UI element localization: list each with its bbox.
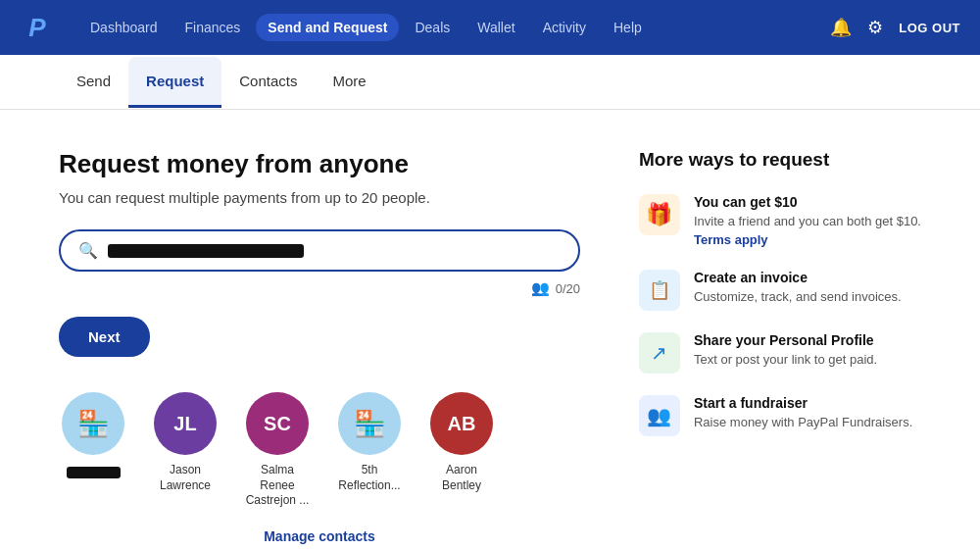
promo-title: Share your Personal Profile [694,332,877,348]
contact-avatar: 🏪 [338,392,401,455]
nav-deals[interactable]: Deals [403,14,462,41]
bell-icon[interactable]: 🔔 [830,17,852,38]
nav-right: 🔔 ⚙ LOG OUT [830,17,960,38]
contact-item[interactable]: 🏪 [59,392,127,478]
main-content: Request money from anyone You can reques… [0,110,980,551]
contact-item[interactable]: SC Salma Renee Castrejon ... [243,392,312,509]
promo-text-fundraiser: Start a fundraiser Raise money with PayP… [694,395,912,431]
contact-item[interactable]: AB Aaron Bentley [427,392,496,493]
contact-avatar: 🏪 [62,392,124,455]
contact-avatar: AB [430,392,493,455]
nav-dashboard[interactable]: Dashboard [78,14,170,41]
nav-wallet[interactable]: Wallet [466,14,526,41]
promo-description: Customize, track, and send invoices. [694,288,902,306]
subnav-request[interactable]: Request [128,57,221,108]
promo-item-fundraiser: 👥 Start a fundraiser Raise money with Pa… [639,395,921,436]
promo-description: Invite a friend and you can both get $10… [694,213,921,230]
contact-name: Salma Renee Castrejon ... [243,463,312,509]
promo-title: Start a fundraiser [694,395,912,411]
promo-text-profile: Share your Personal Profile Text or post… [694,332,877,369]
contact-avatar: JL [154,392,217,455]
promo-item-gift: 🎁 You can get $10 Invite a friend and yo… [639,194,921,248]
contact-name-redacted [67,467,121,478]
subnav-send[interactable]: Send [59,57,128,108]
contact-name: Aaron Bentley [427,463,496,493]
gift-icon: 🎁 [639,194,680,235]
people-icon: 👥 [531,279,550,297]
sidebar: More ways to request 🎁 You can get $10 I… [639,149,921,544]
promo-text-invoice: Create an invoice Customize, track, and … [694,270,902,306]
search-icon: 🔍 [78,241,98,260]
request-form: Request money from anyone You can reques… [59,149,580,544]
next-button[interactable]: Next [59,317,150,357]
page-title: Request money from anyone [59,149,580,179]
search-redacted-value [108,244,304,258]
contact-name: Jason Lawrence [151,463,220,493]
main-nav: P Dashboard Finances Send and Request De… [0,0,980,55]
subnav-contacts[interactable]: Contacts [221,57,315,108]
promo-title: Create an invoice [694,270,902,285]
sub-nav: Send Request Contacts More [0,55,980,110]
recipient-count-row: 👥 0/20 [59,279,580,297]
nav-send-request[interactable]: Send and Request [256,14,399,41]
recipient-search-box[interactable]: 🔍 [59,229,580,272]
promo-description: Text or post your link to get paid. [694,351,877,369]
fundraiser-icon: 👥 [639,395,680,436]
gear-icon[interactable]: ⚙ [867,17,883,38]
nav-activity[interactable]: Activity [531,14,598,41]
promo-description: Raise money with PayPal Fundraisers. [694,414,912,431]
nav-finances[interactable]: Finances [173,14,253,41]
sidebar-title: More ways to request [639,149,921,171]
promo-text-gift: You can get $10 Invite a friend and you … [694,194,921,248]
contact-item[interactable]: 🏪 5th Reflection... [335,392,404,493]
share-icon: ↗ [639,332,680,374]
paypal-logo[interactable]: P [20,10,55,45]
invoice-icon: 📋 [639,270,680,311]
nav-links: Dashboard Finances Send and Request Deal… [78,14,830,41]
promo-title: You can get $10 [694,194,921,210]
nav-help[interactable]: Help [602,14,654,41]
promo-item-profile: ↗ Share your Personal Profile Text or po… [639,332,921,374]
contact-avatar: SC [246,392,309,455]
page-subtitle: You can request multiple payments from u… [59,189,580,206]
promo-item-invoice: 📋 Create an invoice Customize, track, an… [639,270,921,311]
terms-link[interactable]: Terms apply [694,232,768,247]
manage-contacts-link[interactable]: Manage contacts [59,528,580,544]
recipient-count: 0/20 [556,281,580,296]
logout-button[interactable]: LOG OUT [899,21,960,35]
contacts-list: 🏪 JL Jason Lawrence SC Salma Renee Castr… [59,392,580,509]
contact-item[interactable]: JL Jason Lawrence [151,392,220,493]
subnav-more[interactable]: More [315,57,383,108]
contact-name: 5th Reflection... [335,463,404,493]
